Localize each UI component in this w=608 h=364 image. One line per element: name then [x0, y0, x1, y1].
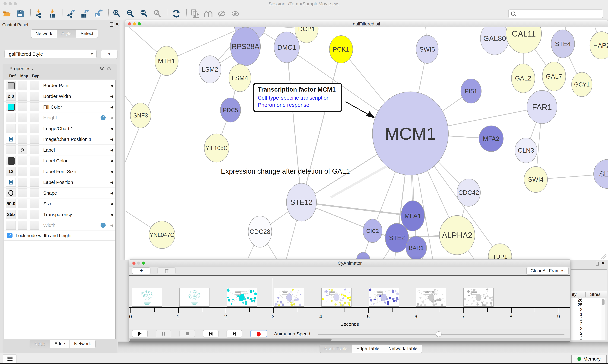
export-image-icon[interactable]	[94, 9, 103, 18]
pause-button[interactable]	[156, 330, 171, 337]
float-window-icon[interactable]	[110, 23, 113, 26]
expand-row-icon[interactable]: ◀	[110, 80, 113, 91]
byp-cell[interactable]	[30, 199, 39, 208]
task-history-button[interactable]	[3, 354, 16, 363]
close-panel-icon[interactable]: ✕	[115, 22, 119, 26]
close-traffic-light-icon[interactable]	[3, 2, 7, 5]
export-table-icon[interactable]	[80, 9, 89, 18]
style-options-menu-button[interactable]: ▾	[101, 50, 117, 59]
byp-cell[interactable]	[30, 81, 39, 90]
close-traffic-light-icon[interactable]	[128, 22, 131, 26]
def-cell[interactable]	[6, 145, 16, 154]
expand-row-icon[interactable]: ◀	[110, 209, 113, 220]
map-cell[interactable]	[18, 167, 28, 176]
byp-cell[interactable]	[30, 167, 39, 176]
zoom-traffic-light-icon[interactable]	[138, 22, 141, 26]
map-cell[interactable]	[18, 124, 28, 133]
frames-timeline[interactable]	[129, 276, 570, 307]
property-row-transparency[interactable]: 255Transparency◀	[4, 209, 115, 220]
frame-thumbnail-2[interactable]	[180, 288, 209, 307]
byp-cell[interactable]	[30, 103, 39, 111]
add-frame-button[interactable]: +	[132, 267, 151, 274]
info-icon[interactable]: i	[100, 223, 106, 228]
def-cell[interactable]	[6, 188, 16, 197]
scrollbar-thumb[interactable]	[602, 299, 605, 305]
network-canvas[interactable]: RPS28ADMC1DCP1PCK1MTH1LSM2LSM4SNF3PDC5YI…	[125, 27, 608, 260]
save-icon[interactable]	[16, 9, 25, 18]
byp-cell[interactable]	[30, 145, 39, 154]
clear-all-frames-button[interactable]: Clear All Frames	[526, 267, 569, 274]
collapse-all-icon[interactable]	[106, 66, 112, 71]
expand-row-icon[interactable]: ◀	[110, 145, 113, 155]
property-row-height[interactable]: Heighti◀	[4, 112, 115, 123]
def-cell[interactable]: 255	[6, 210, 16, 219]
map-cell[interactable]	[18, 178, 28, 187]
zoom-out-icon[interactable]	[126, 9, 135, 18]
property-row-label[interactable]: Label◀	[4, 145, 115, 156]
def-cell[interactable]	[6, 124, 16, 133]
zoom-in-icon[interactable]	[112, 9, 122, 18]
def-cell[interactable]	[6, 221, 16, 230]
float-window-icon[interactable]	[596, 262, 599, 265]
color-swatch[interactable]	[8, 157, 15, 165]
table-cell[interactable]: 2	[571, 336, 582, 340]
def-cell[interactable]: 50.0	[6, 199, 16, 208]
skip-to-start-button[interactable]	[203, 330, 219, 337]
frame-thumbnail-4[interactable]	[274, 288, 304, 307]
def-cell[interactable]: 12	[6, 167, 16, 176]
expand-row-icon[interactable]: ◀	[110, 123, 113, 134]
frame-thumbnail-1[interactable]	[132, 288, 162, 307]
tab-node-table[interactable]: Node Table	[320, 345, 352, 353]
table-cell[interactable]: 2	[571, 307, 582, 312]
expand-all-icon[interactable]	[99, 66, 105, 71]
scrollbar-thumb[interactable]	[130, 338, 332, 341]
network-window-titlebar[interactable]: galFiltered.sif	[125, 20, 608, 27]
import-network-icon[interactable]	[34, 9, 43, 18]
table-cell[interactable]: 2	[571, 317, 582, 322]
info-icon[interactable]: i	[100, 115, 106, 120]
frame-thumbnail-8[interactable]	[463, 288, 494, 307]
timeline-playhead[interactable]	[272, 278, 272, 307]
def-cell[interactable]	[6, 156, 16, 165]
expand-row-icon[interactable]: ◀	[110, 91, 113, 102]
map-cell[interactable]	[18, 188, 28, 197]
byp-cell[interactable]	[30, 156, 39, 165]
lock-checkbox[interactable]: ✓	[7, 233, 13, 238]
table-cell[interactable]: 2	[571, 322, 582, 326]
annotation-box[interactable]: Transcription factor MCM1 Cell-type-spec…	[253, 83, 342, 112]
map-cell[interactable]	[18, 221, 28, 230]
map-cell[interactable]	[18, 113, 28, 122]
frame-thumbnail-5[interactable]	[321, 288, 351, 307]
expand-row-icon[interactable]: ◀	[110, 102, 113, 112]
expand-row-icon[interactable]: ◀	[110, 166, 113, 177]
expand-row-icon[interactable]: ◀	[110, 156, 113, 166]
close-traffic-light-icon[interactable]	[132, 261, 136, 265]
def-cell[interactable]	[6, 103, 16, 111]
speed-slider-handle[interactable]	[436, 331, 442, 337]
annotation-link[interactable]: Pheromone response	[258, 101, 339, 108]
property-row-shape[interactable]: Shape◀	[4, 188, 115, 198]
import-table-icon[interactable]	[48, 9, 57, 18]
minimize-traffic-light-icon[interactable]	[137, 261, 140, 265]
map-cell[interactable]	[18, 145, 28, 154]
timeline-scrollbar[interactable]	[129, 338, 570, 341]
properties-header[interactable]: Properties ▾	[10, 66, 33, 71]
map-cell[interactable]	[18, 199, 28, 208]
map-cell[interactable]	[18, 210, 28, 219]
property-row-image-chart-1[interactable]: Image/Chart 1◀	[4, 123, 115, 134]
property-row-width[interactable]: Widthi◀	[4, 220, 115, 231]
table-cell[interactable]: 2	[571, 331, 582, 336]
byp-cell[interactable]	[30, 135, 39, 143]
tab-style[interactable]: Style	[57, 30, 76, 38]
zoom-traffic-light-icon[interactable]	[142, 261, 145, 265]
export-network-icon[interactable]	[67, 9, 76, 18]
byp-cell[interactable]	[30, 124, 39, 133]
byp-cell[interactable]	[30, 221, 39, 230]
table-scrollbar[interactable]	[601, 298, 605, 340]
tab-network-table[interactable]: Network Table	[384, 345, 422, 353]
property-row-image-chart-position-1[interactable]: Image/Chart Position 1◀	[4, 134, 115, 145]
close-panel-icon[interactable]: ✕	[601, 261, 605, 265]
lock-dimensions-row[interactable]: ✓ Lock node width and height	[4, 231, 115, 241]
def-cell[interactable]	[6, 113, 16, 122]
stop-button[interactable]	[180, 330, 195, 337]
